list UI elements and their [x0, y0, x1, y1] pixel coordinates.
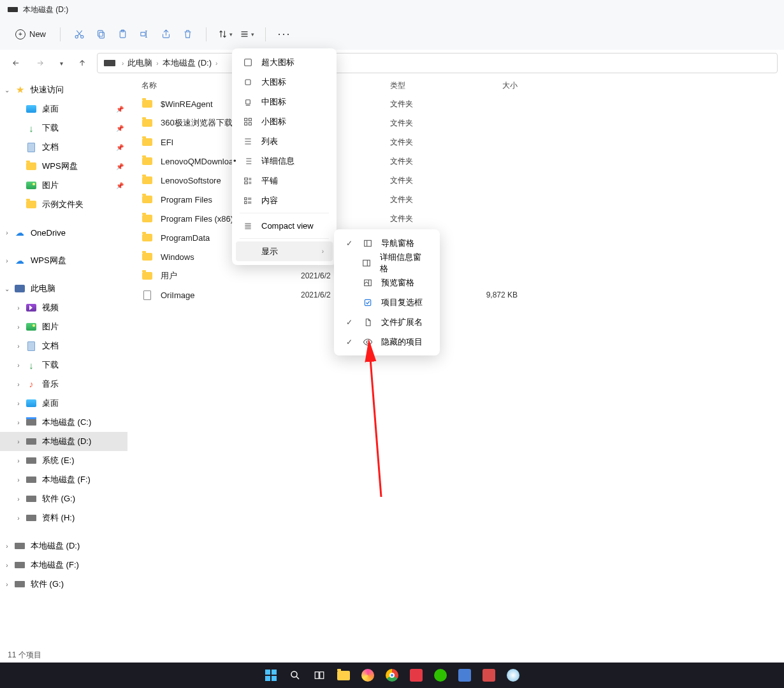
svg-rect-16 [245, 197, 247, 199]
app-icon-4[interactable] [479, 666, 498, 685]
app-icon-5[interactable] [504, 666, 523, 685]
paste-button[interactable] [112, 24, 133, 45]
file-row[interactable]: $WinREAgent2:15文件夹 [127, 94, 784, 113]
chevron-right-icon: › [14, 400, 23, 407]
sidebar-item[interactable]: ›系统 (E:) [0, 451, 127, 470]
menu-item[interactable]: 平铺 [236, 171, 333, 190]
up-button[interactable] [73, 54, 92, 73]
menu-item[interactable]: ✓导航窗格 [338, 233, 436, 253]
menu-item[interactable]: 详细信息窗格 [338, 253, 436, 273]
svg-rect-8 [245, 80, 250, 85]
menu-item[interactable]: ✓文件扩展名 [338, 312, 436, 332]
chrome-icon[interactable] [382, 666, 402, 685]
rename-button[interactable] [133, 24, 155, 45]
file-row[interactable]: Windows2021/4/7 [127, 247, 784, 266]
file-type: 文件夹 [390, 99, 460, 110]
sidebar-item[interactable]: ↓下载📌 [0, 118, 127, 138]
search-button[interactable] [286, 666, 305, 685]
sidebar-wps[interactable]: › ☁ WPS网盘 [0, 251, 127, 270]
new-button[interactable]: + New [9, 27, 52, 42]
chevron-right-icon: › [14, 438, 23, 445]
check-icon: ✓ [344, 338, 354, 347]
menu-item[interactable]: 中图标 [236, 92, 333, 111]
menu-label: 内容 [261, 195, 278, 206]
sidebar-item[interactable]: ›本地磁盘 (F:) [0, 470, 127, 489]
view-icon [242, 176, 254, 186]
sidebar-item[interactable]: ›图片 [0, 317, 127, 336]
svg-rect-17 [245, 201, 247, 203]
app-icon-1[interactable] [358, 666, 377, 685]
sidebar-this-pc[interactable]: ⌄ 此电脑 [0, 279, 127, 298]
menu-compact-view[interactable]: Compact view [236, 216, 333, 236]
menu-item[interactable]: 超大图标 [236, 52, 333, 72]
menu-show[interactable]: 显示 › [236, 241, 333, 261]
file-row[interactable]: Program Files2:41文件夹 [127, 190, 784, 209]
task-view-button[interactable] [310, 666, 329, 685]
menu-item[interactable]: 预览窗格 [338, 273, 436, 292]
sidebar-item[interactable]: ›资料 (H:) [0, 508, 127, 527]
sidebar-item[interactable]: ›♪音乐 [0, 375, 127, 394]
menu-item[interactable]: 内容 [236, 190, 333, 210]
share-button[interactable] [155, 24, 177, 45]
breadcrumb-current[interactable]: 本地磁盘 (D:) [163, 57, 212, 69]
file-name: OriImage [161, 290, 194, 300]
chevron-right-icon: › [156, 60, 158, 67]
app-icon-2[interactable] [407, 666, 426, 685]
sidebar-item[interactable]: 文档📌 [0, 138, 127, 157]
file-name: Program Files [161, 195, 212, 204]
sort-button[interactable]: ▾ [214, 24, 236, 45]
sidebar-quick-access[interactable]: ⌄ ★ 快速访问 [0, 80, 127, 99]
cloud-icon: ☁ [14, 255, 25, 266]
col-type[interactable]: 类型 [390, 80, 460, 91]
menu-label: 详细信息窗格 [380, 252, 426, 275]
more-button[interactable]: ··· [273, 24, 295, 45]
cut-button[interactable] [68, 24, 90, 45]
copy-button[interactable] [90, 24, 112, 45]
forward-button[interactable] [31, 54, 50, 73]
menu-item[interactable]: 大图标 [236, 72, 333, 92]
menu-item[interactable]: 列表 [236, 131, 333, 151]
file-row[interactable]: EFI6 17:18文件夹 [127, 133, 784, 152]
document-icon [25, 141, 37, 153]
file-row[interactable]: ProgramData [127, 228, 784, 247]
sidebar-item[interactable]: ›本地磁盘 (D:) [0, 432, 127, 451]
sidebar-item[interactable]: ›↓下载 [0, 355, 127, 375]
sidebar-item[interactable]: ›软件 (G:) [0, 489, 127, 508]
menu-item[interactable]: 小图标 [236, 111, 333, 131]
file-row[interactable]: Program Files (x86)6 15:00文件夹 [127, 209, 784, 228]
sidebar-item[interactable]: ›本地磁盘 (D:) [0, 536, 127, 555]
sidebar-item[interactable]: 示例文件夹 [0, 195, 127, 214]
sidebar-item[interactable]: ›文档 [0, 336, 127, 355]
address-bar[interactable]: › 此电脑 › 本地磁盘 (D:) › [97, 53, 778, 73]
menu-item[interactable]: •详细信息 [236, 151, 333, 171]
file-row[interactable]: LenovoSoftstore6 23:31文件夹 [127, 171, 784, 190]
delete-button[interactable] [177, 24, 198, 45]
file-row[interactable]: LenovoQMDownload6 19:40文件夹 [127, 152, 784, 171]
file-row[interactable]: 用户2021/6/2 [127, 266, 784, 285]
sidebar-item[interactable]: 桌面📌 [0, 99, 127, 118]
app-icon-3[interactable] [455, 666, 474, 685]
start-button[interactable] [261, 666, 280, 685]
sidebar-onedrive[interactable]: › ☁ OneDrive [0, 223, 127, 242]
file-row[interactable]: 360极速浏览器下载3 17:26文件夹 [127, 113, 784, 133]
back-button[interactable] [6, 54, 25, 73]
sidebar-item[interactable]: ›桌面 [0, 394, 127, 413]
recent-button[interactable]: ▾ [55, 54, 68, 73]
sidebar-item[interactable]: ›视频 [0, 298, 127, 317]
view-icon [242, 117, 254, 127]
sidebar-item[interactable]: ›本地磁盘 (F:) [0, 555, 127, 575]
wechat-icon[interactable] [431, 666, 450, 685]
sidebar-item[interactable]: ›软件 (G:) [0, 575, 127, 594]
explorer-taskbar-icon[interactable] [334, 666, 353, 685]
menu-item[interactable]: 项目复选框 [338, 292, 436, 312]
file-type: 文件夹 [390, 118, 460, 129]
sidebar-item[interactable]: 图片📌 [0, 176, 127, 195]
col-size[interactable]: 大小 [460, 80, 518, 91]
view-button[interactable]: ▾ [236, 24, 258, 45]
sidebar-item[interactable]: WPS网盘📌 [0, 157, 127, 176]
sidebar-item[interactable]: ›本地磁盘 (C:) [0, 413, 127, 432]
file-row[interactable]: OriImage2021/6/29,872 KB [127, 285, 784, 305]
breadcrumb-root[interactable]: 此电脑 [127, 57, 152, 69]
view-icon [242, 156, 254, 166]
chevron-right-icon: › [3, 257, 11, 264]
